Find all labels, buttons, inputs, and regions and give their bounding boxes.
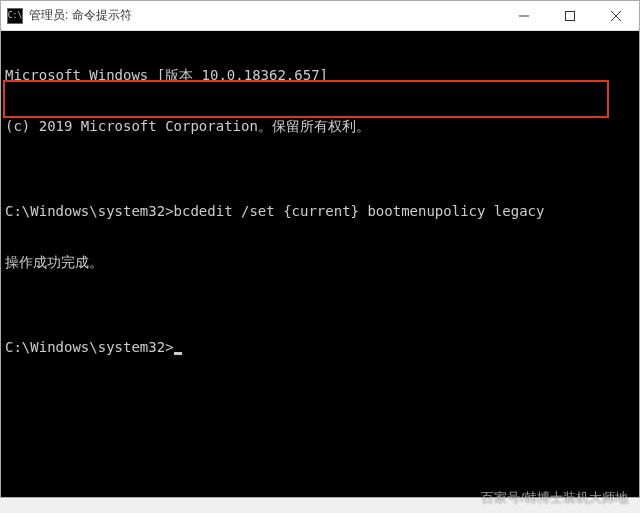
terminal-line: Microsoft Windows [版本 10.0.18362.657] bbox=[5, 67, 635, 84]
command-text: bcdedit /set {current} bootmenupolicy le… bbox=[174, 203, 545, 219]
prompt: C:\Windows\system32> bbox=[5, 203, 174, 219]
cmd-icon: C:\ bbox=[7, 8, 23, 24]
terminal-line: C:\Windows\system32>bcdedit /set {curren… bbox=[5, 203, 635, 220]
highlight-annotation bbox=[3, 80, 609, 118]
watermark-text: 百家号/韩博士装机大师地 bbox=[481, 489, 628, 507]
terminal-line: 操作成功完成。 bbox=[5, 254, 635, 271]
terminal-line: C:\Windows\system32> bbox=[5, 339, 635, 356]
prompt: C:\Windows\system32> bbox=[5, 339, 174, 355]
minimize-button[interactable] bbox=[501, 1, 547, 30]
window-controls bbox=[501, 1, 639, 30]
titlebar[interactable]: C:\ 管理员: 命令提示符 bbox=[1, 1, 639, 31]
maximize-button[interactable] bbox=[547, 1, 593, 30]
terminal-line: (c) 2019 Microsoft Corporation。保留所有权利。 bbox=[5, 118, 635, 135]
cmd-window: C:\ 管理员: 命令提示符 Microsoft Windows [版本 10.… bbox=[0, 0, 640, 498]
window-title: 管理员: 命令提示符 bbox=[29, 7, 501, 24]
svg-rect-1 bbox=[566, 11, 575, 20]
cursor bbox=[174, 352, 182, 355]
terminal-body[interactable]: Microsoft Windows [版本 10.0.18362.657] (c… bbox=[1, 31, 639, 497]
close-button[interactable] bbox=[593, 1, 639, 30]
